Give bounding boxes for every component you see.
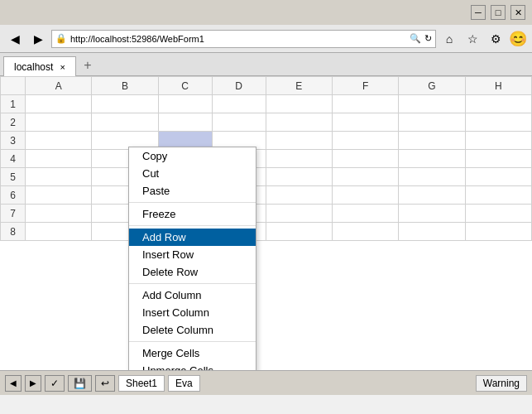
check-button[interactable]: ✓ [45, 375, 65, 392]
minimize-button[interactable]: ─ [471, 5, 486, 20]
menu-item-add-column[interactable]: Add Column [129, 286, 256, 304]
menu-separator-4 [129, 341, 256, 342]
cell-h5[interactable] [465, 168, 531, 186]
col-header-b[interactable]: B [92, 77, 158, 95]
cell-c2[interactable] [158, 113, 212, 132]
menu-item-delete-column[interactable]: Delete Column [129, 321, 256, 339]
cell-f3[interactable] [332, 132, 398, 150]
cell-f8[interactable] [332, 223, 398, 241]
cell-f7[interactable] [332, 205, 398, 223]
col-header-d[interactable]: D [212, 77, 266, 95]
new-tab-button[interactable]: + [78, 55, 98, 75]
back-button[interactable]: ◀ [5, 29, 25, 49]
settings-button[interactable]: ⚙ [486, 29, 506, 49]
nav-next-button[interactable]: ▶ [25, 375, 41, 392]
col-header-f[interactable]: F [332, 77, 398, 95]
cell-a6[interactable] [26, 186, 92, 205]
cell-g6[interactable] [399, 186, 465, 205]
eval-tab[interactable]: Eva [168, 375, 200, 392]
menu-item-cut[interactable]: Cut [129, 165, 256, 182]
forward-button[interactable]: ▶ [28, 29, 48, 49]
cell-c1[interactable] [158, 95, 212, 113]
cell-e5[interactable] [266, 168, 332, 186]
row-header-6: 6 [1, 186, 26, 205]
menu-item-insert-column[interactable]: Insert Column [129, 304, 256, 321]
tab-close-button[interactable]: × [60, 62, 65, 72]
menu-item-delete-row[interactable]: Delete Row [129, 263, 256, 281]
cell-f1[interactable] [332, 95, 398, 113]
col-header-a[interactable]: A [26, 77, 92, 95]
menu-item-paste[interactable]: Paste [129, 182, 256, 200]
close-button[interactable]: ✕ [510, 5, 525, 20]
cell-h4[interactable] [465, 150, 531, 168]
save-button[interactable]: 💾 [68, 375, 92, 392]
corner-cell [1, 77, 26, 95]
lock-icon: 🔒 [55, 33, 67, 44]
menu-item-copy[interactable]: Copy [129, 147, 256, 165]
cell-h2[interactable] [465, 113, 531, 132]
cell-g7[interactable] [399, 205, 465, 223]
table-row: 5 [1, 168, 532, 186]
menu-item-merge-cells[interactable]: Merge Cells [129, 344, 256, 362]
undo-button[interactable]: ↩ [95, 375, 115, 392]
cell-e6[interactable] [266, 186, 332, 205]
table-row: 8 [1, 223, 532, 241]
cell-h7[interactable] [465, 205, 531, 223]
menu-item-unmerge-cells[interactable]: Unmerge Cells [129, 362, 256, 370]
sheet1-tab[interactable]: Sheet1 [118, 375, 165, 392]
cell-a4[interactable] [26, 150, 92, 168]
cell-b1[interactable] [92, 95, 158, 113]
cell-a2[interactable] [26, 113, 92, 132]
cell-a8[interactable] [26, 223, 92, 241]
search-icon: 🔍 [410, 33, 421, 44]
menu-item-insert-row[interactable]: Insert Row [129, 246, 256, 263]
row-header-5: 5 [1, 168, 26, 186]
cell-h3[interactable] [465, 132, 531, 150]
cell-g8[interactable] [399, 223, 465, 241]
cell-f2[interactable] [332, 113, 398, 132]
cell-h6[interactable] [465, 186, 531, 205]
nav-prev-button[interactable]: ◀ [5, 375, 22, 392]
spreadsheet-container: A B C D E F G H 1 [0, 76, 532, 370]
cell-e7[interactable] [266, 205, 332, 223]
tab-bar: localhost × + [0, 53, 532, 76]
col-header-c[interactable]: C [158, 77, 212, 95]
home-button[interactable]: ⌂ [439, 29, 459, 49]
cell-e8[interactable] [266, 223, 332, 241]
cell-a5[interactable] [26, 168, 92, 186]
cell-g1[interactable] [399, 95, 465, 113]
browser-tab[interactable]: localhost × [3, 56, 76, 76]
cell-a1[interactable] [26, 95, 92, 113]
col-header-e[interactable]: E [266, 77, 332, 95]
menu-item-add-row[interactable]: Add Row [129, 229, 256, 246]
row-header-2: 2 [1, 113, 26, 132]
table-row: 7 [1, 205, 532, 223]
cell-h1[interactable] [465, 95, 531, 113]
cell-g3[interactable] [399, 132, 465, 150]
cell-g2[interactable] [399, 113, 465, 132]
cell-f5[interactable] [332, 168, 398, 186]
cell-g4[interactable] [399, 150, 465, 168]
maximize-button[interactable]: □ [491, 5, 506, 20]
cell-e2[interactable] [266, 113, 332, 132]
cell-e4[interactable] [266, 150, 332, 168]
cell-g5[interactable] [399, 168, 465, 186]
cell-d1[interactable] [212, 95, 266, 113]
address-bar[interactable]: 🔒 http://localhost:52986/WebForm1 🔍 ↻ [51, 30, 436, 48]
col-header-g[interactable]: G [399, 77, 465, 95]
cell-f4[interactable] [332, 150, 398, 168]
menu-separator-1 [129, 202, 256, 203]
cell-a7[interactable] [26, 205, 92, 223]
cell-f6[interactable] [332, 186, 398, 205]
cell-e1[interactable] [266, 95, 332, 113]
row-header-7: 7 [1, 205, 26, 223]
cell-d2[interactable] [212, 113, 266, 132]
refresh-button[interactable]: ↻ [424, 33, 432, 44]
cell-h8[interactable] [465, 223, 531, 241]
menu-item-freeze[interactable]: Freeze [129, 205, 256, 223]
col-header-h[interactable]: H [465, 77, 531, 95]
favorites-button[interactable]: ☆ [463, 29, 482, 49]
cell-a3[interactable] [26, 132, 92, 150]
cell-e3[interactable] [266, 132, 332, 150]
cell-b2[interactable] [92, 113, 158, 132]
